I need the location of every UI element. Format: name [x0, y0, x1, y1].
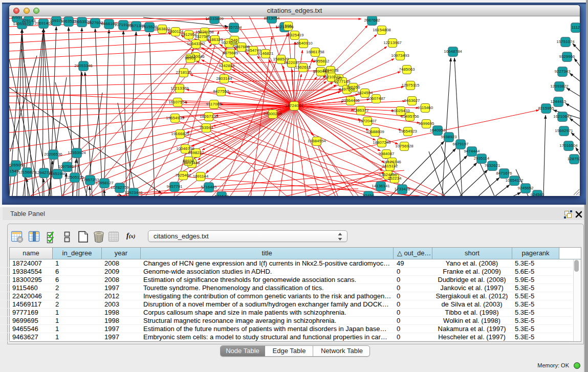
svg-text:924565: 924565	[531, 192, 545, 196]
svg-text:16543382: 16543382	[187, 41, 205, 46]
svg-text:1244415: 1244415	[550, 99, 567, 104]
svg-text:18807249: 18807249	[373, 140, 391, 145]
svg-text:12213369: 12213369	[170, 86, 189, 91]
svg-text:5716485: 5716485	[201, 185, 217, 189]
svg-text:8675685: 8675685	[222, 51, 238, 55]
svg-text:1640953: 1640953	[429, 128, 446, 133]
svg-text:9329966: 9329966	[559, 54, 575, 59]
svg-text:7386372: 7386372	[353, 108, 369, 113]
svg-text:753594: 753594	[200, 125, 213, 130]
svg-text:7632621: 7632621	[484, 163, 500, 168]
svg-text:15226058: 15226058	[195, 30, 214, 34]
svg-text:1615112: 1615112	[382, 164, 398, 168]
svg-text:16154808: 16154808	[373, 28, 391, 32]
svg-text:26265061: 26265061	[9, 163, 25, 167]
svg-text:1822037: 1822037	[284, 60, 300, 65]
svg-text:19166825: 19166825	[171, 132, 189, 136]
svg-text:16210643: 16210643	[553, 114, 572, 119]
svg-text:8813054: 8813054	[264, 16, 280, 20]
svg-text:12093822: 12093822	[550, 84, 569, 89]
svg-text:10654112: 10654112	[506, 178, 524, 183]
svg-text:746266: 746266	[346, 85, 360, 90]
svg-text:9457791: 9457791	[166, 184, 183, 189]
svg-text:252234: 252234	[388, 176, 402, 181]
svg-text:128753: 128753	[568, 157, 580, 161]
svg-text:20364436: 20364436	[341, 98, 360, 103]
svg-text:15720407: 15720407	[358, 119, 377, 123]
svg-text:9699695: 9699695	[418, 121, 434, 126]
svg-text:9146821: 9146821	[257, 51, 274, 56]
svg-text:7625402: 7625402	[175, 173, 191, 178]
svg-text:546: 546	[231, 38, 238, 42]
svg-text:8471676: 8471676	[496, 171, 512, 176]
svg-text:88934: 88934	[183, 159, 194, 163]
svg-text:15751074: 15751074	[556, 39, 575, 44]
svg-text:8498222: 8498222	[188, 150, 204, 155]
svg-text:12156829: 12156829	[18, 170, 36, 174]
svg-text:229143: 229143	[22, 18, 36, 23]
svg-text:16782759: 16782759	[111, 185, 129, 190]
svg-text:16107554: 16107554	[168, 100, 187, 104]
svg-text:10688609: 10688609	[366, 129, 384, 134]
svg-text:6794028: 6794028	[322, 68, 339, 73]
svg-text:8186323: 8186323	[207, 37, 223, 42]
svg-text:506: 506	[285, 24, 292, 28]
svg-text:10025433: 10025433	[391, 108, 410, 113]
svg-text:2803144: 2803144	[216, 76, 232, 81]
svg-text:10607487: 10607487	[367, 96, 385, 101]
svg-text:12942737: 12942737	[35, 170, 53, 175]
svg-text:8215955: 8215955	[538, 106, 554, 111]
svg-text:391549: 391549	[9, 169, 19, 173]
svg-text:8427552: 8427552	[213, 89, 229, 94]
svg-text:1112: 1112	[572, 25, 580, 30]
svg-text:18300295: 18300295	[264, 112, 282, 116]
svg-text:1691144: 1691144	[193, 174, 209, 179]
svg-text:9117008: 9117008	[206, 102, 222, 106]
svg-text:5938923: 5938923	[441, 135, 457, 139]
svg-text:19654933: 19654933	[166, 116, 184, 120]
svg-text:1362615: 1362615	[295, 65, 311, 70]
svg-text:9777169: 9777169	[334, 79, 351, 84]
svg-text:98901: 98901	[185, 56, 197, 60]
svg-text:9242848: 9242848	[219, 63, 235, 68]
svg-text:2935114: 2935114	[474, 156, 490, 161]
svg-text:11325419: 11325419	[286, 33, 304, 37]
svg-text:18267130: 18267130	[200, 114, 218, 119]
svg-text:19384554: 19384554	[308, 139, 326, 143]
svg-text:19654923: 19654923	[399, 129, 417, 134]
svg-text:9084087: 9084087	[378, 151, 395, 156]
svg-text:15692971: 15692971	[555, 128, 573, 133]
svg-text:3824554: 3824554	[357, 91, 373, 95]
svg-text:17016504: 17016504	[559, 143, 578, 148]
svg-text:14136141: 14136141	[372, 184, 390, 188]
svg-text:18724007: 18724007	[285, 103, 303, 108]
svg-text:1733426: 1733426	[394, 187, 410, 191]
svg-text:16033809: 16033809	[205, 16, 224, 21]
svg-text:29053346: 29053346	[74, 63, 93, 68]
svg-text:20206536: 20206536	[44, 152, 62, 157]
svg-text:12505135: 12505135	[66, 175, 84, 180]
svg-text:7485063: 7485063	[399, 67, 415, 72]
svg-text:9227343: 9227343	[554, 69, 571, 74]
svg-text:7357224: 7357224	[226, 25, 242, 30]
svg-text:16961758: 16961758	[306, 50, 324, 54]
svg-text:6679197: 6679197	[452, 142, 469, 146]
svg-text:15495756: 15495756	[401, 114, 419, 119]
svg-text:17353924: 17353924	[68, 150, 86, 155]
svg-text:10975867: 10975867	[58, 164, 76, 169]
svg-text:12923446: 12923446	[124, 190, 143, 195]
svg-text:10756928: 10756928	[395, 144, 413, 148]
svg-text:9463627: 9463627	[404, 98, 420, 103]
svg-text:20557: 20557	[11, 16, 23, 19]
svg-text:12213967: 12213967	[383, 40, 402, 45]
svg-text:571648: 571648	[215, 194, 229, 196]
svg-text:92456: 92456	[363, 193, 375, 196]
svg-text:2087682: 2087682	[364, 18, 380, 23]
svg-text:15640910: 15640910	[294, 41, 313, 46]
svg-text:7955812: 7955812	[313, 59, 330, 63]
svg-text:9474444: 9474444	[464, 149, 480, 154]
svg-text:10973493: 10973493	[391, 53, 409, 58]
svg-text:16648784: 16648784	[444, 49, 462, 54]
svg-text:12975115: 12975115	[402, 83, 420, 87]
svg-text:9245652: 9245652	[517, 186, 534, 190]
